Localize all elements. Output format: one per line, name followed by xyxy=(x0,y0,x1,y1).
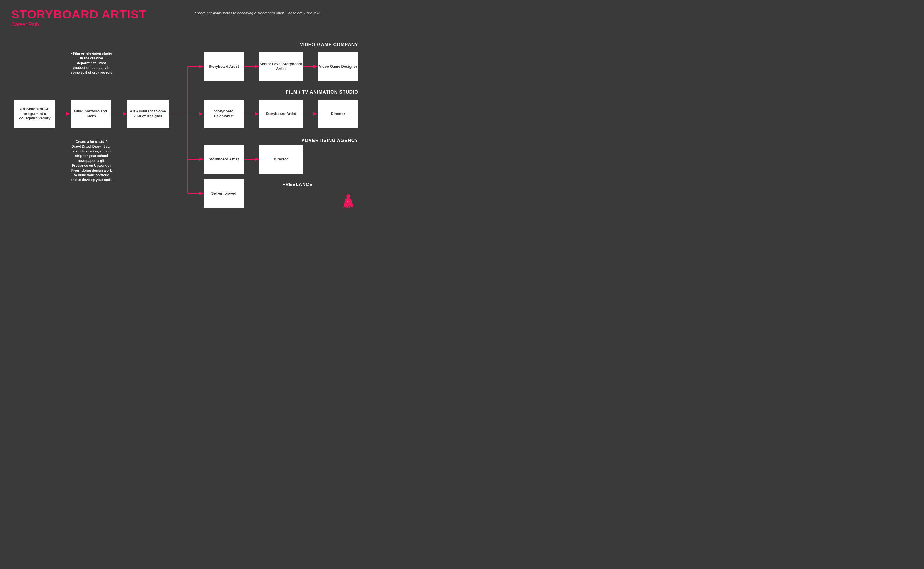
box-art-assistant: Art Assistant / Some kind of Designer xyxy=(127,100,168,128)
svg-text:G: G xyxy=(347,200,349,202)
box-storyboard-artist-top: Storyboard Artist xyxy=(203,52,244,81)
header-note: *There are many paths to becoming a stor… xyxy=(156,11,358,15)
box-director-adv: Director xyxy=(259,145,302,173)
page: STORYBOARD ARTIST Career Path *There are… xyxy=(0,0,370,228)
box-storyboard-artist-mid: Storyboard Artist xyxy=(259,100,302,128)
box-video-game-designer: Video Game Designer xyxy=(318,52,358,81)
box-senior-storyboard: Senior Level Storyboard Artist xyxy=(259,52,302,81)
label-video-game: VIDEO GAME COMPANY xyxy=(287,42,358,47)
note-create-stuff: Create a lot of stuff. Draw! Draw! Draw!… xyxy=(70,139,112,183)
box-storyboard-artist-adv: Storyboard Artist xyxy=(203,145,244,173)
note-film-studio: - Film or television studio in the creat… xyxy=(70,51,112,75)
label-film-tv: FILM / TV ANIMATION STUDIO xyxy=(273,90,358,95)
svg-point-14 xyxy=(346,194,350,198)
connector-lines xyxy=(0,0,370,228)
svg-rect-16 xyxy=(346,204,348,208)
box-art-school: Art School or Art program at a college/u… xyxy=(14,100,55,128)
box-self-employed: Self-employed xyxy=(203,179,244,208)
box-storyboard-revisionist: Storyboard Revisionist xyxy=(203,100,244,128)
label-freelance: FREELANCE xyxy=(256,182,313,187)
label-advertising: ADVERTISING AGENCY xyxy=(273,138,358,143)
superhero-svg: G xyxy=(341,193,355,210)
svg-rect-17 xyxy=(349,204,350,208)
freelance-superhero-icon: G xyxy=(341,193,355,210)
box-director-filmtv: Director xyxy=(318,100,358,128)
box-build-portfolio: Build portfolio and Intern xyxy=(70,100,111,128)
header-subtitle: Career Path xyxy=(11,21,358,27)
